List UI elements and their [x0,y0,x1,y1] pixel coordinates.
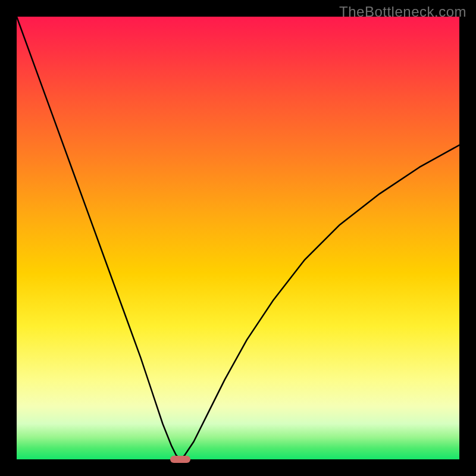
bottleneck-curve [17,17,459,459]
optimal-marker [170,456,190,463]
watermark-text: TheBottleneck.com [339,4,466,20]
plot-area [17,17,459,459]
